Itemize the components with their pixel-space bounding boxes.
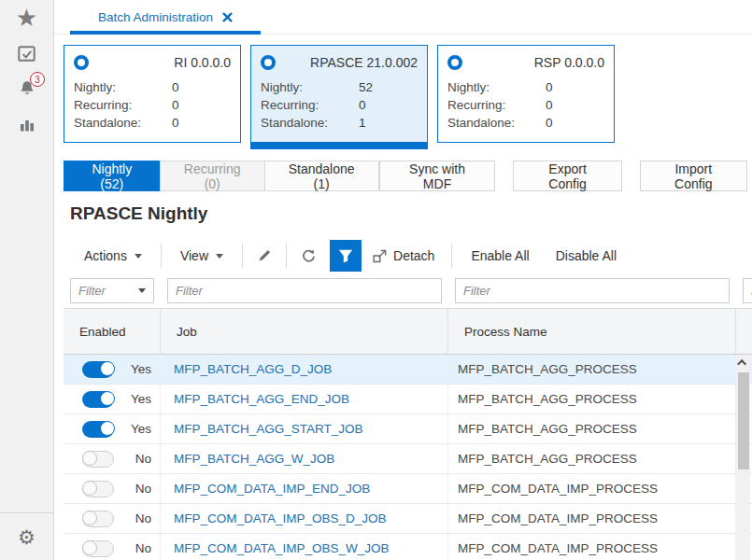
- toolbar-divider: [451, 244, 452, 268]
- table-header: Enabled Job Process Name: [64, 308, 752, 355]
- tab-standalone[interactable]: Standalone (1): [264, 161, 379, 191]
- sidebar-footer: ⚙: [0, 512, 53, 554]
- tasks-calendar-check-icon[interactable]: [0, 35, 53, 71]
- card-rsp[interactable]: RSP 0.0.0.0 Nightly:0 Recurring:0 Standa…: [437, 45, 615, 143]
- process-cell: MFP_COM_DATA_IMP_PROCESS: [448, 504, 736, 533]
- card-rpasce[interactable]: RPASCE 21.0.002 Nightly:52 Recurring:0 S…: [250, 45, 428, 143]
- process-cell: MFP_BATCH_AGG_PROCESS: [448, 414, 736, 443]
- job-link[interactable]: MFP_COM_DATA_IMP_END_JOB: [174, 482, 370, 496]
- enabled-label: No: [135, 452, 160, 466]
- scrollbar-thumb[interactable]: [738, 372, 749, 469]
- export-config-button[interactable]: Export Config: [513, 161, 621, 191]
- detach-button[interactable]: Detach: [362, 239, 446, 273]
- enabled-toggle[interactable]: [82, 481, 114, 497]
- sync-with-mdf-button[interactable]: Sync with MDF: [379, 161, 496, 191]
- enabled-toggle[interactable]: [82, 451, 114, 468]
- column-header-enabled[interactable]: Enabled: [64, 309, 161, 354]
- enabled-toggle[interactable]: [82, 391, 114, 408]
- process-name: MFP_BATCH_AGG_PROCESS: [458, 422, 637, 436]
- enabled-toggle[interactable]: [82, 511, 114, 527]
- standalone-label: Standalone:: [261, 116, 359, 130]
- vertical-scrollbar[interactable]: [736, 355, 750, 560]
- tab-nightly[interactable]: Nightly (52): [64, 161, 161, 191]
- enabled-filter-input[interactable]: [70, 278, 154, 303]
- table-row[interactable]: Yes MFP_BATCH_AGG_START_JOB MFP_BATCH_AG…: [64, 414, 752, 444]
- process-filter-input[interactable]: [455, 278, 730, 303]
- job-link[interactable]: MFP_BATCH_AGG_D_JOB: [174, 362, 332, 376]
- filter-cell-enabled: [64, 274, 161, 308]
- nightly-count: 52: [359, 80, 418, 94]
- filter-icon[interactable]: [330, 240, 362, 272]
- job-link[interactable]: MFP_COM_DATA_IMP_OBS_W_JOB: [174, 541, 390, 555]
- nightly-label: Nightly:: [261, 80, 359, 94]
- filter-cell-extra: [736, 274, 752, 308]
- tab-close-icon[interactable]: [222, 12, 233, 22]
- scroll-up-arrow-icon[interactable]: [736, 355, 750, 371]
- nightly-count: 0: [172, 80, 231, 94]
- table-row[interactable]: Yes MFP_BATCH_AGG_END_JOB MFP_BATCH_AGG_…: [64, 385, 752, 414]
- table-row[interactable]: Yes MFP_BATCH_AGG_D_JOB MFP_BATCH_AGG_PR…: [64, 355, 752, 385]
- recurring-count: 0: [359, 98, 418, 112]
- reports-bar-chart-icon[interactable]: [0, 106, 53, 142]
- enabled-label: No: [135, 482, 160, 496]
- app-root: ★ 3 ⚙: [0, 0, 752, 560]
- notification-badge: 3: [30, 72, 45, 87]
- favorites-star-icon[interactable]: ★: [0, 0, 53, 35]
- card-title: RSP 0.0.0.0: [534, 55, 604, 70]
- filter-row: [64, 274, 752, 308]
- process-cell: MFP_BATCH_AGG_PROCESS: [448, 355, 736, 384]
- enabled-label: No: [135, 541, 160, 555]
- job-link[interactable]: MFP_COM_DATA_IMP_OBS_D_JOB: [174, 511, 387, 525]
- job-filter-input[interactable]: [167, 278, 442, 303]
- enabled-toggle[interactable]: [82, 421, 114, 438]
- standalone-label: Standalone:: [74, 116, 172, 130]
- edit-pencil-icon[interactable]: [248, 240, 280, 272]
- actions-menu[interactable]: Actions: [71, 239, 155, 273]
- view-menu-label: View: [180, 248, 208, 263]
- chevron-down-icon: [135, 254, 142, 259]
- main-content: RI 0.0.0.0 Nightly:0 Recurring:0 Standal…: [54, 35, 752, 560]
- refresh-icon[interactable]: [292, 240, 324, 272]
- chevron-down-icon: [216, 254, 223, 259]
- recurring-count: 0: [546, 98, 604, 112]
- recurring-label: Recurring:: [447, 98, 546, 112]
- enabled-toggle[interactable]: [82, 540, 114, 557]
- enabled-cell: Yes: [64, 385, 161, 413]
- job-cell: MFP_BATCH_AGG_END_JOB: [161, 385, 448, 413]
- radio-icon[interactable]: [447, 55, 462, 70]
- column-header-job[interactable]: Job: [161, 309, 448, 354]
- enabled-toggle[interactable]: [82, 361, 114, 378]
- enabled-cell: Yes: [64, 414, 161, 443]
- job-link[interactable]: MFP_BATCH_AGG_W_JOB: [174, 452, 334, 466]
- notifications-bell-icon[interactable]: 3: [0, 71, 53, 106]
- column-header-process-name[interactable]: Process Name: [448, 309, 736, 354]
- job-cell: MFP_COM_DATA_IMP_OBS_D_JOB: [161, 504, 448, 533]
- detach-icon: [373, 249, 387, 263]
- tab-batch-administration[interactable]: Batch Administration: [70, 0, 261, 35]
- sidebar-divider: [0, 512, 53, 513]
- nightly-label: Nightly:: [74, 80, 172, 94]
- enabled-cell: No: [64, 504, 161, 533]
- table-row[interactable]: No MFP_COM_DATA_IMP_OBS_W_JOB MFP_COM_DA…: [64, 534, 752, 560]
- view-menu[interactable]: View: [167, 239, 236, 273]
- enabled-label: Yes: [131, 392, 160, 406]
- process-name: MFP_COM_DATA_IMP_PROCESS: [458, 541, 658, 555]
- table-row[interactable]: No MFP_BATCH_AGG_W_JOB MFP_BATCH_AGG_PRO…: [64, 444, 752, 474]
- job-link[interactable]: MFP_BATCH_AGG_END_JOB: [174, 392, 349, 406]
- recurring-count: 0: [172, 98, 231, 112]
- table-row[interactable]: No MFP_COM_DATA_IMP_END_JOB MFP_COM_DATA…: [64, 474, 752, 504]
- table-row[interactable]: No MFP_COM_DATA_IMP_OBS_D_JOB MFP_COM_DA…: [64, 504, 752, 534]
- enable-all-button[interactable]: Enable All: [458, 239, 542, 273]
- disable-all-button[interactable]: Disable All: [543, 239, 630, 273]
- import-config-button[interactable]: Import Config: [640, 161, 747, 191]
- job-link[interactable]: MFP_BATCH_AGG_START_JOB: [174, 422, 363, 436]
- radio-icon[interactable]: [261, 55, 276, 70]
- card-ri[interactable]: RI 0.0.0.0 Nightly:0 Recurring:0 Standal…: [64, 45, 241, 143]
- standalone-count: 1: [359, 116, 418, 130]
- extra-filter-input[interactable]: [743, 278, 752, 303]
- tab-label: Batch Administration: [98, 10, 213, 24]
- settings-gear-icon[interactable]: ⚙: [0, 519, 53, 554]
- tab-recurring[interactable]: Recurring (0): [160, 161, 265, 191]
- standalone-label: Standalone:: [447, 116, 546, 130]
- radio-icon[interactable]: [74, 55, 89, 70]
